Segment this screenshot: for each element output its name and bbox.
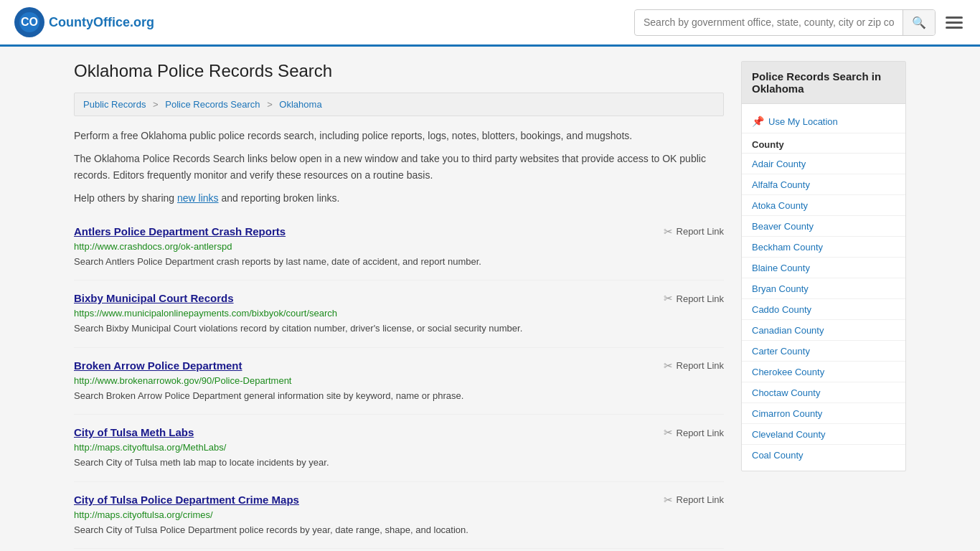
record-url-2: http://www.brokenarrowok.gov/90/Police-D… — [74, 375, 724, 386]
county-link-3[interactable]: Beaver County — [752, 221, 814, 232]
record-desc-2: Search Broken Arrow Police Department ge… — [74, 389, 724, 403]
county-list: Adair CountyAlfalfa CountyAtoka CountyBe… — [742, 154, 905, 465]
menu-icon-line3 — [946, 27, 963, 29]
record-title-1[interactable]: Bixby Municipal Court Records — [74, 292, 234, 304]
report-link-label-4: Report Link — [677, 494, 724, 505]
county-list-item: Cimarron County — [742, 403, 905, 424]
county-link-2[interactable]: Atoka County — [752, 200, 808, 211]
record-title-0[interactable]: Antlers Police Department Crash Reports — [74, 225, 286, 237]
record-header: City of Tulsa Police Department Crime Ma… — [74, 494, 724, 507]
record-item: Broken Arrow Police Department ✂ Report … — [74, 348, 724, 415]
county-link-9[interactable]: Carter County — [752, 346, 810, 357]
county-list-item: Atoka County — [742, 195, 905, 216]
county-link-0[interactable]: Adair County — [752, 159, 806, 169]
county-list-item: Adair County — [742, 154, 905, 174]
county-link-10[interactable]: Cherokee County — [752, 367, 824, 377]
sidebar-box: Police Records Search in Oklahoma 📌 Use … — [741, 61, 906, 471]
record-header: Bixby Municipal Court Records ✂ Report L… — [74, 292, 724, 305]
record-url-0: http://www.crashdocs.org/ok-antlerspd — [74, 241, 724, 252]
record-title-3[interactable]: City of Tulsa Meth Labs — [74, 426, 194, 438]
intro3-prefix: Help others by sharing — [74, 192, 177, 204]
county-link-4[interactable]: Beckham County — [752, 242, 823, 253]
breadcrumb-sep2: > — [267, 99, 273, 110]
header-right: 🔍 — [634, 9, 966, 36]
intro-paragraph-1: Perform a free Oklahoma public police re… — [74, 128, 724, 143]
record-item: Bixby Municipal Court Records ✂ Report L… — [74, 281, 724, 348]
county-link-14[interactable]: Coal County — [752, 450, 804, 461]
county-list-item: Beckham County — [742, 237, 905, 258]
county-list-item: Canadian County — [742, 320, 905, 341]
county-link-1[interactable]: Alfalfa County — [752, 179, 810, 190]
report-link-button-3[interactable]: ✂ Report Link — [664, 426, 724, 439]
record-desc-0: Search Antlers Police Department crash r… — [74, 255, 724, 269]
report-link-label-0: Report Link — [677, 226, 724, 237]
search-input[interactable] — [635, 11, 903, 34]
main-container: Oklahoma Police Records Search Public Re… — [60, 47, 920, 551]
county-list-item: Coal County — [742, 445, 905, 465]
logo-icon: CO — [14, 7, 44, 37]
county-link-5[interactable]: Blaine County — [752, 263, 810, 273]
county-link-12[interactable]: Cimarron County — [752, 408, 822, 419]
record-header: Broken Arrow Police Department ✂ Report … — [74, 359, 724, 372]
county-link-6[interactable]: Bryan County — [752, 283, 809, 294]
record-item: City of Tulsa Meth Labs ✂ Report Link ht… — [74, 415, 724, 482]
use-my-location-link[interactable]: Use My Location — [768, 116, 838, 127]
county-column-header: County — [742, 133, 905, 154]
breadcrumb-oklahoma[interactable]: Oklahoma — [279, 99, 321, 110]
county-link-11[interactable]: Choctaw County — [752, 387, 820, 398]
county-list-item: Beaver County — [742, 216, 905, 237]
county-list-item: Blaine County — [742, 258, 905, 278]
content-area: Oklahoma Police Records Search Public Re… — [74, 61, 724, 549]
logo-area: CO CountyOffice.org — [14, 7, 154, 37]
county-link-13[interactable]: Cleveland County — [752, 429, 826, 440]
county-list-item: Choctaw County — [742, 382, 905, 403]
breadcrumb: Public Records > Police Records Search >… — [74, 93, 724, 116]
breadcrumb-police-records[interactable]: Police Records Search — [165, 99, 260, 110]
breadcrumb-public-records[interactable]: Public Records — [83, 99, 146, 110]
county-list-item: Caddo County — [742, 299, 905, 320]
scissors-icon-1: ✂ — [664, 292, 673, 305]
svg-text:CO: CO — [21, 16, 38, 28]
record-title-2[interactable]: Broken Arrow Police Department — [74, 359, 242, 372]
record-url-1: https://www.municipalonlinepayments.com/… — [74, 308, 724, 319]
report-link-button-0[interactable]: ✂ Report Link — [664, 225, 724, 238]
county-list-item: Bryan County — [742, 278, 905, 299]
record-desc-4: Search City of Tulsa Police Department p… — [74, 523, 724, 537]
pin-icon: 📌 — [752, 116, 764, 127]
report-link-label-2: Report Link — [677, 360, 724, 371]
report-link-label-1: Report Link — [677, 293, 724, 304]
records-container: Antlers Police Department Crash Reports … — [74, 214, 724, 550]
record-url-4: http://maps.cityoftulsa.org/crimes/ — [74, 509, 724, 520]
logo-text: CountyOffice.org — [49, 15, 154, 30]
breadcrumb-sep1: > — [153, 99, 159, 110]
record-header: City of Tulsa Meth Labs ✂ Report Link — [74, 426, 724, 439]
record-title-4[interactable]: City of Tulsa Police Department Crime Ma… — [74, 494, 299, 506]
menu-icon-line2 — [946, 22, 963, 24]
scissors-icon-2: ✂ — [664, 359, 673, 372]
site-header: CO CountyOffice.org 🔍 — [0, 0, 980, 47]
search-button[interactable]: 🔍 — [903, 10, 935, 35]
use-my-location-row[interactable]: 📌 Use My Location — [742, 110, 905, 133]
report-link-button-4[interactable]: ✂ Report Link — [664, 494, 724, 507]
county-link-7[interactable]: Caddo County — [752, 304, 811, 315]
county-list-item: Cleveland County — [742, 424, 905, 445]
intro-paragraph-3: Help others by sharing new links and rep… — [74, 190, 724, 206]
record-desc-1: Search Bixby Municipal Court violations … — [74, 321, 724, 336]
new-links-link[interactable]: new links — [177, 192, 219, 204]
report-link-button-1[interactable]: ✂ Report Link — [664, 292, 724, 305]
sidebar-title: Police Records Search in Oklahoma — [742, 62, 905, 104]
page-title: Oklahoma Police Records Search — [74, 61, 724, 81]
intro3-suffix: and reporting broken links. — [219, 192, 340, 204]
search-bar: 🔍 — [634, 9, 936, 36]
county-list-item: Alfalfa County — [742, 174, 905, 195]
menu-button[interactable] — [943, 14, 966, 32]
menu-icon-line1 — [946, 17, 963, 19]
record-url-3: http://maps.cityoftulsa.org/MethLabs/ — [74, 442, 724, 453]
scissors-icon-0: ✂ — [664, 225, 673, 238]
county-list-item: Cherokee County — [742, 362, 905, 382]
report-link-button-2[interactable]: ✂ Report Link — [664, 359, 724, 372]
county-list-item: Carter County — [742, 341, 905, 362]
sidebar-content: 📌 Use My Location County Adair CountyAlf… — [742, 104, 905, 471]
county-link-8[interactable]: Canadian County — [752, 325, 824, 336]
scissors-icon-4: ✂ — [664, 494, 673, 507]
